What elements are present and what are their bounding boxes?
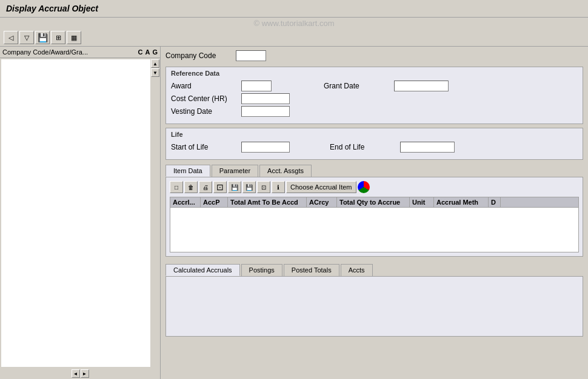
tab-calculated-accruals[interactable]: Calculated Accruals [165,264,240,276]
grant-date-input[interactable] [394,81,449,91]
left-tree[interactable] [1,59,150,367]
delete-row-button[interactable]: 🗑 [184,181,198,193]
col-accp: AccP [201,197,228,207]
main-window: Display Accrual Object © www.tutorialkar… [0,0,588,379]
award-input[interactable] [241,81,272,91]
left-col-headers: C A G [138,48,158,56]
grid-header: Accrl... AccP Total Amt To Be Accd ACrcy… [170,197,579,207]
reference-data-section: Reference Data Award Grant Date Cost Cen… [165,67,583,124]
start-of-life-input[interactable] [241,142,290,153]
tab-item-data[interactable]: Item Data [165,165,210,177]
left-panel-header: Company Code/Award/Gra... C A G [0,47,160,58]
tab-postings[interactable]: Postings [241,264,282,276]
print-button[interactable]: 🖨 [199,181,212,193]
col-acrcy: ACrcy [307,197,337,207]
company-code-row: Company Code [165,50,583,61]
nav-back-button[interactable]: ◁ [4,31,18,44]
col-c-label: C [138,48,143,56]
window-title: Display Accrual Object [6,4,98,13]
col-accrl: Accrl... [170,197,201,207]
col-total-amt: Total Amt To Be Accd [228,197,307,207]
grid-body[interactable] [170,207,579,252]
title-bar: Display Accrual Object [0,0,588,18]
new-row-button[interactable]: □ [170,181,183,193]
reference-data-title: Reference Data [171,70,578,77]
lower-tab-content [165,276,583,337]
col-a-label: A [145,48,150,56]
col-d: D [489,197,501,207]
vesting-date-label: Vesting Date [171,107,238,116]
life-section: Life Start of Life End of Life [165,128,583,160]
left-panel-hscroll: ◄ ► [0,368,160,379]
grant-date-label: Grant Date [324,82,390,90]
scroll-up-button[interactable]: ▲ [151,59,159,68]
save-local-button[interactable]: 💾 [228,181,241,193]
cost-center-input[interactable] [241,93,290,104]
vesting-date-input[interactable] [241,106,290,117]
nav-forward-button[interactable]: ▽ [19,31,34,44]
left-panel-column-header: Company Code/Award/Gra... [2,48,137,56]
scroll-right-button[interactable]: ► [81,369,89,378]
life-row: Start of Life End of Life [171,142,578,153]
col-accrual-meth: Accrual Meth [434,197,489,207]
item-toolbar: □ 🗑 🖨 ⊡ 💾 💾 ⊡ ℹ Choose Accrual Item [170,181,579,193]
tab-parameter[interactable]: Parameter [212,165,258,177]
info-button[interactable]: ℹ [272,181,285,193]
extra-button[interactable]: ▦ [67,31,81,44]
main-toolbar: ◁ ▽ 💾 ⊞ ▦ [0,29,588,47]
tab-accts[interactable]: Accts [341,264,373,276]
watermark: © www.tutorialkart.com [0,18,588,29]
left-panel-body: ▲ ▼ [0,58,160,368]
circle-color-icon [358,181,370,193]
upper-tabs: Item Data Parameter Acct. Assgts [165,165,583,177]
grid-button[interactable]: ⊞ [51,31,65,44]
upper-tab-content: □ 🗑 🖨 ⊡ 💾 💾 ⊡ ℹ Choose Accrual Item Accr… [165,177,583,257]
left-panel: Company Code/Award/Gra... C A G ▲ ▼ ◄ ► [0,47,161,379]
lower-tabs: Calculated Accruals Postings Posted Tota… [165,264,583,276]
save-button[interactable]: 💾 [35,31,50,44]
scroll-left-button[interactable]: ◄ [72,369,80,378]
col-unit: Unit [410,197,434,207]
main-content: Company Code/Award/Gra... C A G ▲ ▼ ◄ ► [0,47,588,379]
col-g-label: G [152,48,158,56]
save-local2-button[interactable]: 💾 [242,181,256,193]
life-title: Life [171,131,578,138]
end-of-life-label: End of Life [330,143,396,151]
col-total-qty: Total Qty to Accrue [337,197,410,207]
left-scrollbar: ▲ ▼ [150,58,160,368]
lower-tabs-area: Calculated Accruals Postings Posted Tota… [165,260,583,337]
award-row: Award Grant Date [171,81,578,91]
cost-center-label: Cost Center (HR) [171,94,238,103]
tab-posted-totals[interactable]: Posted Totals [284,264,339,276]
company-code-input[interactable] [236,50,266,61]
end-of-life-input[interactable] [400,142,455,153]
vesting-date-row: Vesting Date [171,106,578,117]
cost-center-row: Cost Center (HR) [171,93,578,104]
choose-accrual-button[interactable]: Choose Accrual Item [286,181,356,193]
award-label: Award [171,82,238,90]
tab-acct-assgts[interactable]: Acct. Assgts [259,165,312,177]
company-code-label: Company Code [165,51,232,60]
upper-tabs-area: Item Data Parameter Acct. Assgts □ 🗑 🖨 [165,163,583,257]
collapse-button[interactable]: ⊡ [257,181,270,193]
scroll-down-button[interactable]: ▼ [151,68,159,77]
right-panel: Company Code Reference Data Award Grant … [161,47,588,379]
start-of-life-label: Start of Life [171,143,238,151]
export-button[interactable]: ⊡ [213,181,227,193]
